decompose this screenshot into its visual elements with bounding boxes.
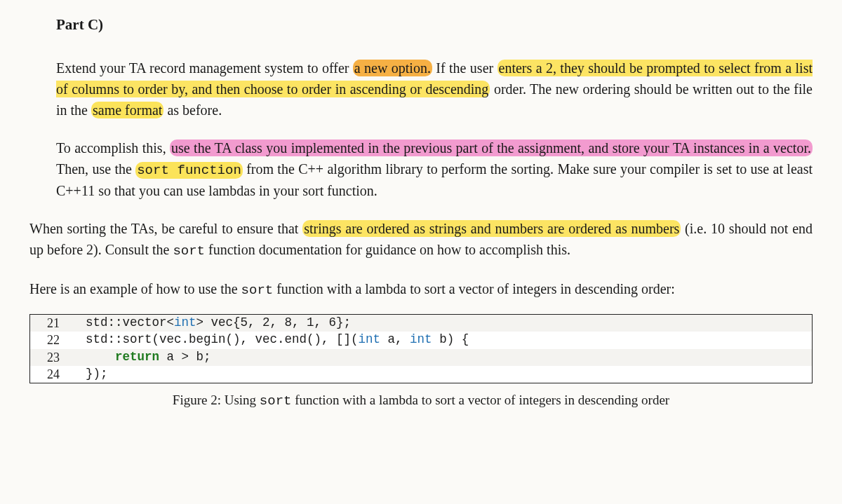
text: function with a lambda to sort a vector … — [291, 393, 669, 407]
highlight-yellow: sort function — [135, 162, 243, 179]
keyword-return: return — [115, 350, 159, 364]
text: Then, use the — [56, 161, 135, 177]
part-heading: Part C) — [56, 14, 813, 36]
paragraph-1: Extend your TA record management system … — [56, 57, 813, 121]
code-text: return a > b; — [71, 349, 812, 366]
code-listing: 21 std::vector<int> vec{5, 2, 8, 1, 6}; … — [29, 314, 813, 383]
t: > vec{5, 2, 8, 1, 6}; — [196, 315, 352, 329]
text: function with a lambda to sort a vector … — [273, 281, 675, 297]
text: When sorting the TAs, be careful to ensu… — [29, 221, 302, 236]
text: Extend your TA record management system … — [56, 60, 353, 76]
highlight-orange: a new option. — [353, 60, 432, 76]
t: a > b; — [159, 350, 211, 364]
line-number: 22 — [30, 332, 71, 348]
text: as before. — [163, 102, 222, 118]
text: function documentation for guidance on h… — [205, 242, 570, 257]
code-inline: sort — [173, 243, 205, 259]
line-number: 23 — [30, 349, 71, 366]
highlight-yellow: same format — [91, 102, 163, 118]
t — [71, 350, 115, 364]
t: a, — [380, 332, 410, 346]
figure-caption: Figure 2: Using sort function with a lam… — [29, 390, 813, 411]
text: Figure 2: Using — [173, 393, 260, 407]
paragraph-4: Here is an example of how to use the sor… — [29, 278, 813, 301]
code-inline: sort — [241, 282, 274, 298]
highlight-yellow: strings are ordered as strings and numbe… — [302, 220, 681, 237]
keyword-type: int — [410, 332, 432, 346]
keyword-type: int — [174, 315, 196, 329]
code-line-21: 21 std::vector<int> vec{5, 2, 8, 1, 6}; — [30, 315, 812, 332]
t: std::sort(vec.begin(), vec.end(), []( — [71, 332, 359, 346]
keyword-type: int — [359, 332, 381, 346]
text: To accomplish this, — [56, 140, 170, 156]
line-number: 21 — [30, 315, 71, 332]
code-inline: sort — [260, 393, 292, 409]
t: b) { — [432, 332, 469, 346]
paragraph-2: To accomplish this, use the TA class you… — [56, 137, 813, 202]
highlight-pink: use the TA class you implemented in the … — [170, 139, 813, 156]
t: std::vector< — [71, 315, 174, 329]
paragraph-3: When sorting the TAs, be careful to ensu… — [29, 218, 813, 261]
code-text: std::sort(vec.begin(), vec.end(), [](int… — [71, 332, 812, 348]
text: If the user — [432, 60, 497, 76]
line-number: 24 — [30, 366, 71, 383]
text: Here is an example of how to use the — [29, 281, 241, 297]
code-line-24: 24 }); — [30, 366, 812, 383]
code-line-23: 23 return a > b; — [30, 349, 812, 366]
code-text: std::vector<int> vec{5, 2, 8, 1, 6}; — [71, 315, 812, 332]
code-line-22: 22 std::sort(vec.begin(), vec.end(), [](… — [30, 332, 812, 348]
code-text: }); — [71, 366, 812, 383]
